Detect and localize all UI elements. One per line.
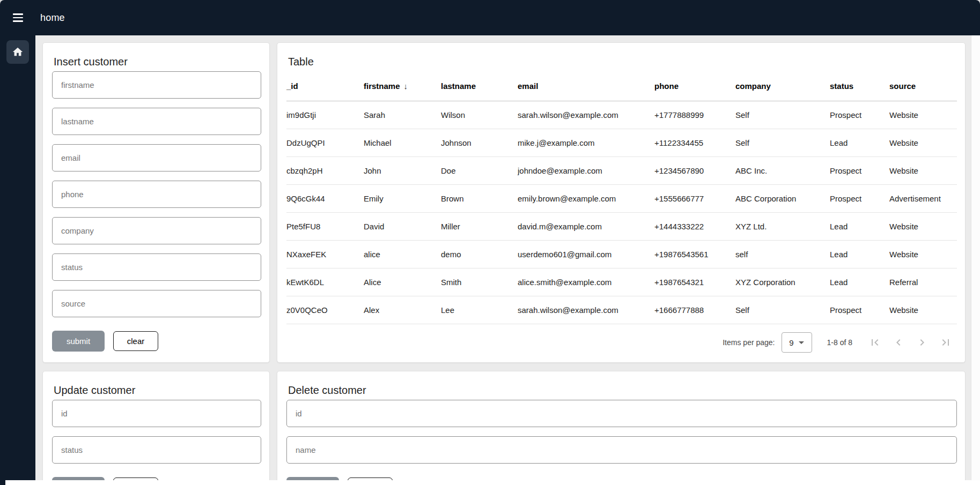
first-page-button[interactable] [863, 331, 887, 354]
page-size-value: 9 [789, 338, 793, 347]
table-cell: +1122334455 [654, 129, 735, 156]
table-cell: Prospect [830, 296, 889, 324]
column-header-source[interactable]: source [889, 72, 957, 101]
table-cell: alice.smith@example.com [518, 268, 654, 296]
table-body: im9dGtjiSarahWilsonsarah.wilson@example.… [286, 101, 957, 324]
update-id-input[interactable] [52, 400, 261, 427]
sidebar-item-home[interactable] [6, 40, 29, 64]
table-cell: cbzqh2pH [286, 156, 364, 184]
delete-name-input[interactable] [286, 436, 957, 464]
table-cell: +1666777888 [654, 296, 735, 324]
table-cell: ABC Inc. [735, 156, 830, 184]
table-cell: Prospect [830, 156, 889, 184]
table-header-row: _id firstname↓ lastname email phone comp… [286, 72, 957, 101]
table-cell: Lead [830, 268, 889, 296]
insert-submit-button[interactable]: submit [52, 331, 105, 352]
scrollbar-corner [0, 480, 5, 485]
table-cell: Prospect [830, 184, 889, 212]
lastname-input[interactable] [52, 108, 261, 135]
table-row: Pte5fFU8DavidMillerdavid.m@example.com+1… [286, 212, 957, 240]
customers-table: _id firstname↓ lastname email phone comp… [286, 72, 957, 324]
table-cell: Wilson [441, 101, 518, 129]
table-cell: Self [735, 101, 830, 129]
table-cell: David [364, 212, 441, 240]
table-cell: +1555666777 [654, 184, 735, 212]
status-input[interactable] [52, 253, 261, 281]
table-cell: Self [735, 129, 830, 156]
table-cell: Website [889, 101, 957, 129]
column-header-status[interactable]: status [830, 72, 889, 101]
table-cell: johndoe@example.com [518, 156, 654, 184]
column-header-phone[interactable]: phone [654, 72, 735, 101]
app-root: home Insert customer submit clear Table [0, 0, 980, 485]
table-cell: NXaxeFEK [286, 240, 364, 268]
source-input[interactable] [52, 290, 261, 317]
table-cell: XYZ Corporation [735, 268, 830, 296]
table-cell: Prospect [830, 101, 889, 129]
table-card-title: Table [277, 43, 965, 68]
home-icon [12, 46, 24, 58]
delete-card-title: Delete customer [277, 371, 965, 396]
phone-input[interactable] [52, 181, 261, 208]
table-cell: Emily [364, 184, 441, 212]
table-cell: Doe [441, 156, 518, 184]
delete-id-input[interactable] [286, 400, 957, 427]
column-header-email[interactable]: email [518, 72, 654, 101]
table-cell: Website [889, 156, 957, 184]
table-cell: Michael [364, 129, 441, 156]
update-card-title: Update customer [43, 371, 269, 396]
table-cell: Miller [441, 212, 518, 240]
insert-clear-button[interactable]: clear [113, 331, 158, 351]
table-cell: z0V0QCeO [286, 296, 364, 324]
table-row: NXaxeFEKalicedemouserdemo601@gmail.com+1… [286, 240, 957, 268]
column-header-lastname[interactable]: lastname [441, 72, 518, 101]
dropdown-caret-icon [799, 341, 804, 344]
items-per-page-label: Items per page: [723, 338, 775, 347]
table-cell: Advertisement [889, 184, 957, 212]
next-page-icon [916, 336, 929, 349]
table-cell: Brown [441, 184, 518, 212]
table-cell: Lead [830, 129, 889, 156]
table-cell: ABC Corporation [735, 184, 830, 212]
sort-desc-icon: ↓ [404, 81, 408, 91]
column-header-id[interactable]: _id [286, 72, 364, 101]
table-cell: im9dGtji [286, 101, 364, 129]
table-cell: sarah.wilson@example.com [518, 296, 654, 324]
table-cell: Alice [364, 268, 441, 296]
next-page-button[interactable] [910, 331, 934, 354]
paginator: Items per page: 9 1-8 of 8 [277, 323, 965, 362]
table-cell: emily.brown@example.com [518, 184, 654, 212]
table-cell: Pte5fFU8 [286, 212, 364, 240]
page-range-label: 1-8 of 8 [827, 338, 852, 347]
delete-customer-card: Delete customer submit clear [277, 371, 966, 485]
horizontal-scrollbar[interactable] [5, 480, 980, 485]
table-cell: John [364, 156, 441, 184]
table-cell: DdzUgQPI [286, 129, 364, 156]
table-cell: Alex [364, 296, 441, 324]
column-header-firstname[interactable]: firstname↓ [364, 72, 441, 101]
table-cell: alice [364, 240, 441, 268]
table-cell: +1234567890 [654, 156, 735, 184]
table-card: Table _id firstname↓ lastname email phon… [277, 42, 966, 363]
company-input[interactable] [52, 217, 261, 244]
table-cell: Website [889, 212, 957, 240]
table-cell: 9Q6cGk44 [286, 184, 364, 212]
email-input[interactable] [52, 144, 261, 171]
table-cell: Referral [889, 268, 957, 296]
menu-button[interactable] [6, 6, 30, 29]
column-header-company[interactable]: company [735, 72, 830, 101]
table-cell: Lead [830, 240, 889, 268]
insert-customer-card: Insert customer submit clear [42, 42, 270, 363]
table-cell: sarah.wilson@example.com [518, 101, 654, 129]
table-cell: kEwtK6DL [286, 268, 364, 296]
firstname-input[interactable] [52, 71, 261, 99]
table-cell: +1777888999 [654, 101, 735, 129]
first-page-icon [868, 336, 881, 349]
table-cell: Self [735, 296, 830, 324]
previous-page-button[interactable] [887, 331, 910, 354]
update-status-input[interactable] [52, 436, 261, 464]
page-size-select[interactable]: 9 [782, 332, 812, 353]
paginator-nav [863, 331, 957, 354]
last-page-button[interactable] [934, 331, 957, 354]
vertical-scrollbar[interactable] [971, 35, 980, 480]
